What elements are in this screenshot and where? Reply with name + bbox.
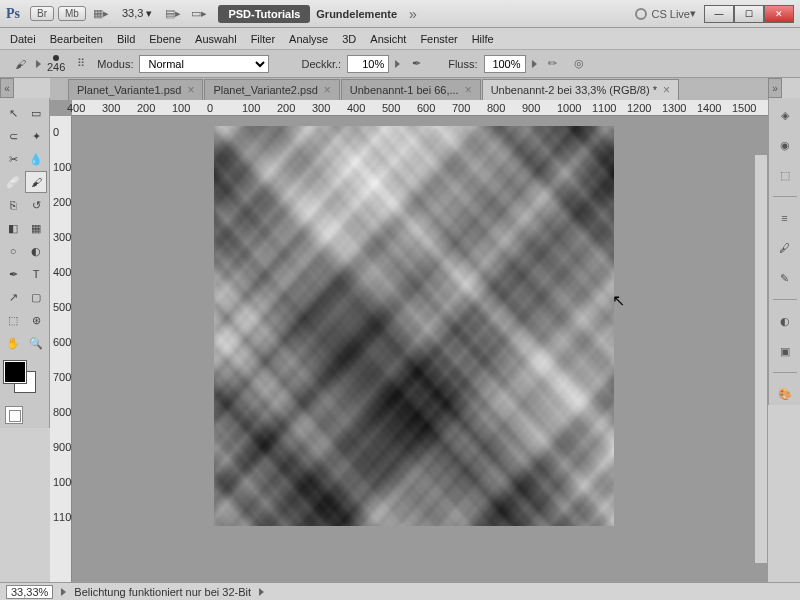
brush-size[interactable]: 246 (47, 55, 65, 73)
histo-icon[interactable]: ▣ (774, 340, 796, 362)
workspace-psd[interactable]: PSD-Tutorials (218, 5, 310, 23)
layout-icon[interactable]: ▤▸ (162, 4, 184, 24)
close-icon[interactable]: × (663, 83, 670, 97)
styles-icon[interactable]: 🖋 (774, 237, 796, 259)
tool-shape[interactable]: ▢ (25, 286, 47, 308)
tool-type[interactable]: T (25, 263, 47, 285)
workspace-grund[interactable]: Grundelemente (316, 8, 397, 20)
status-tri2[interactable] (259, 588, 264, 596)
tool-brush[interactable]: 🖌 (25, 171, 47, 193)
nav-icon[interactable]: ◐ (774, 310, 796, 332)
close-icon[interactable]: × (324, 83, 331, 97)
menu-fenster[interactable]: Fenster (420, 33, 457, 45)
tab-2[interactable]: Unbenannt-1 bei 66,...× (341, 79, 481, 100)
collapse-right[interactable]: » (768, 78, 782, 98)
tools-panel: ↖ ▭ ⊂ ✦ ✂ 💧 🩹 🖌 ⎘ ↺ ◧ ▦ ○ ◐ ✒ T ↗ ▢ ⬚ ⊛ … (0, 98, 50, 428)
tool-heal[interactable]: 🩹 (2, 171, 24, 193)
tool-zoom[interactable]: 🔍 (25, 332, 47, 354)
options-bar: 🖌 246 ⠿ Modus: Normal Deckkr.: ✒ Fluss: … (0, 50, 800, 78)
status-tri[interactable] (61, 588, 66, 596)
tool-gradient[interactable]: ▦ (25, 217, 47, 239)
modus-select[interactable]: Normal (139, 55, 269, 73)
layers-icon[interactable]: ◈ (774, 104, 796, 126)
menu-ansicht[interactable]: Ansicht (370, 33, 406, 45)
menu-bearbeiten[interactable]: Bearbeiten (50, 33, 103, 45)
collapse-left[interactable]: « (0, 78, 14, 98)
menu-3d[interactable]: 3D (342, 33, 356, 45)
airbrush-icon[interactable]: ✏ (543, 54, 563, 74)
tool-path[interactable]: ↗ (2, 286, 24, 308)
brush-tool-icon[interactable]: 🖌 (10, 54, 30, 74)
fluss-input[interactable] (484, 55, 526, 73)
menubar: Datei Bearbeiten Bild Ebene Auswahl Filt… (0, 28, 800, 50)
tool-blur[interactable]: ○ (2, 240, 24, 262)
tool-hand[interactable]: ✋ (2, 332, 24, 354)
tool-3d[interactable]: ⬚ (2, 309, 24, 331)
tool-lasso[interactable]: ⊂ (2, 125, 24, 147)
tool-stamp[interactable]: ⎘ (2, 194, 24, 216)
tab-0[interactable]: Planet_Variante1.psd× (68, 79, 203, 100)
tool-eraser[interactable]: ◧ (2, 217, 24, 239)
tool-3dcam[interactable]: ⊛ (25, 309, 47, 331)
fluss-label: Fluss: (448, 58, 477, 70)
chevron-more-icon[interactable]: » (409, 6, 417, 22)
br-button[interactable]: Br (30, 6, 54, 21)
pressure-size-icon[interactable]: ◎ (569, 54, 589, 74)
status-bar: 33,33% Belichtung funktioniert nur bei 3… (0, 582, 800, 600)
channels-icon[interactable]: ◉ (774, 134, 796, 156)
fluss-tri[interactable] (532, 60, 537, 68)
document-tabs: Planet_Variante1.psd× Planet_Variante2.p… (50, 78, 768, 100)
tab-3[interactable]: Unbenannt-2 bei 33,3% (RGB/8) *× (482, 79, 679, 100)
tool-crop[interactable]: ✂ (2, 148, 24, 170)
scrollbar-v[interactable] (754, 154, 768, 564)
color-swatches[interactable] (2, 361, 42, 397)
tool-pen[interactable]: ✒ (2, 263, 24, 285)
title-zoom[interactable]: 33,3 ▾ (122, 7, 152, 20)
tool-marquee[interactable]: ▭ (25, 102, 47, 124)
canvas-area[interactable]: ↖ (72, 116, 768, 582)
cs-live[interactable]: CS Live ▾ (635, 7, 696, 20)
quickmask-button[interactable] (5, 406, 23, 424)
right-panel: ◈ ◉ ⬚ ≡ 🖋 ✎ ◐ ▣ 🎨 (768, 98, 800, 405)
status-zoom[interactable]: 33,33% (6, 585, 53, 599)
maximize-button[interactable]: ☐ (734, 5, 764, 23)
close-icon[interactable]: × (465, 83, 472, 97)
brush-preset-tri[interactable] (36, 60, 41, 68)
close-icon[interactable]: × (187, 83, 194, 97)
mb-button[interactable]: Mb (58, 6, 86, 21)
modus-label: Modus: (97, 58, 133, 70)
fg-color[interactable] (4, 361, 26, 383)
paths-icon[interactable]: ⬚ (774, 164, 796, 186)
tool-eyedrop[interactable]: 💧 (25, 148, 47, 170)
menu-analyse[interactable]: Analyse (289, 33, 328, 45)
brush-panel-icon[interactable]: ⠿ (71, 54, 91, 74)
document[interactable] (214, 126, 614, 526)
ruler-horizontal[interactable]: 4003002001000100200300400500600700800900… (72, 100, 768, 116)
tool-wand[interactable]: ✦ (25, 125, 47, 147)
deck-input[interactable] (347, 55, 389, 73)
minimize-button[interactable]: — (704, 5, 734, 23)
film-icon[interactable]: ▦▸ (90, 4, 112, 24)
close-button[interactable]: ✕ (764, 5, 794, 23)
tab-1[interactable]: Planet_Variante2.psd× (204, 79, 339, 100)
menu-filter[interactable]: Filter (251, 33, 275, 45)
tool-move[interactable]: ↖ (2, 102, 24, 124)
brush-icon[interactable]: ✎ (774, 267, 796, 289)
pressure-opacity-icon[interactable]: ✒ (406, 54, 426, 74)
tool-history[interactable]: ↺ (25, 194, 47, 216)
menu-auswahl[interactable]: Auswahl (195, 33, 237, 45)
menu-datei[interactable]: Datei (10, 33, 36, 45)
adjust-icon[interactable]: ≡ (774, 207, 796, 229)
deck-label: Deckkr.: (301, 58, 341, 70)
status-msg: Belichtung funktioniert nur bei 32-Bit (74, 586, 251, 598)
document-area: Planet_Variante1.psd× Planet_Variante2.p… (50, 78, 768, 582)
deck-tri[interactable] (395, 60, 400, 68)
screen-icon[interactable]: ▭▸ (188, 4, 210, 24)
menu-hilfe[interactable]: Hilfe (472, 33, 494, 45)
ps-logo: Ps (6, 6, 20, 22)
color-icon[interactable]: 🎨 (774, 383, 796, 405)
ruler-vertical[interactable]: 010020030040050060070080090010001100 (50, 116, 72, 582)
tool-dodge[interactable]: ◐ (25, 240, 47, 262)
menu-ebene[interactable]: Ebene (149, 33, 181, 45)
menu-bild[interactable]: Bild (117, 33, 135, 45)
